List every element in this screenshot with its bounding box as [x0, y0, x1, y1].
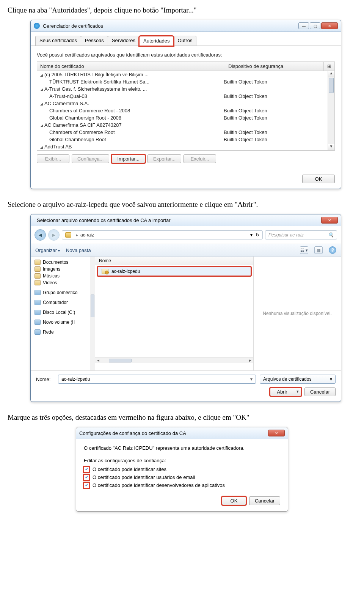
trust-intro: O certificado "AC Raiz ICPEDU" represent… [84, 445, 280, 451]
tab-authorities[interactable]: Autoridades [139, 36, 174, 46]
table-row[interactable]: Global Chambersign Root - 2008Builtin Ob… [37, 114, 334, 121]
horizontal-scrollbar[interactable]: ◄ ► [95, 357, 253, 363]
scroll-up-icon[interactable]: ▲ [328, 71, 334, 77]
view-options-icon[interactable]: ☷ ▾ [300, 246, 308, 254]
cert-hint: Você possui certificados arquivados que … [37, 52, 335, 58]
table-row[interactable]: (c) 2005 TÜRKTRUST Bilgi İletişim ve Bil… [37, 71, 334, 78]
file-titlebar[interactable]: Selecionar arquivo contendo os certifica… [31, 214, 341, 226]
folder-icon [35, 280, 41, 285]
table-row[interactable]: A-Trust-nQual-03Builtin Object Token [37, 93, 334, 100]
table-row[interactable]: AC Camerfirma SA CIF A82743287 [37, 121, 334, 129]
refresh-icon[interactable]: ↻ [256, 232, 259, 238]
tab-servers[interactable]: Servidores [108, 36, 140, 46]
folder-icon [35, 320, 41, 325]
scroll-thumb[interactable] [109, 359, 132, 362]
organize-menu[interactable]: Organizar [35, 247, 60, 253]
cert-manager-window: Gerenciador de certificados — ▢ ✕ Seus c… [30, 20, 341, 189]
col-control[interactable]: ⊞ [324, 62, 334, 71]
sidebar-item[interactable]: Músicas [32, 273, 93, 279]
edit-trust-label: Editar as configurações de confiança: [84, 458, 280, 463]
tab-your-certs[interactable]: Seus certificados [35, 36, 81, 46]
file-row-ac-raiz-icpedu[interactable]: ac-raiz-icpedu [97, 267, 251, 276]
file-name: ac-raiz-icpedu [111, 269, 140, 274]
search-input[interactable]: Pesquisar ac-raiz 🔍 [265, 230, 337, 239]
folder-icon [35, 329, 41, 335]
file-type-select[interactable]: Arquivos de certificados▾ [260, 375, 336, 384]
instruction-1: Clique na aba "Autoridades", depois cliq… [8, 6, 356, 14]
checkbox-identify-apps[interactable]: ✓ [84, 482, 89, 488]
titlebar[interactable]: Gerenciador de certificados — ▢ ✕ [31, 20, 341, 32]
cancel-button[interactable]: Cancelar [304, 387, 336, 396]
minimize-button[interactable]: — [298, 22, 309, 29]
trust-button[interactable]: Confiança... [72, 154, 109, 163]
table-row[interactable]: AddTrust AB [37, 143, 334, 150]
trust-title: Configurações de confiança do certificad… [79, 430, 268, 436]
view-button[interactable]: Exibir... [37, 154, 69, 163]
tab-others[interactable]: Outros [173, 36, 196, 46]
table-row[interactable]: AC Camerfirma S.A. [37, 100, 334, 107]
folder-icon [65, 232, 71, 238]
name-label: Nome: [36, 376, 54, 382]
file-dialog-window: Selecionar arquivo contendo os certifica… [30, 214, 341, 402]
export-button[interactable]: Exportar... [147, 154, 181, 163]
table-row[interactable]: Chambers of Commerce Root - 2008Builtin … [37, 107, 334, 114]
cert-table: Nome do certificado Dispositivo de segur… [37, 61, 335, 151]
close-button[interactable]: ✕ [268, 430, 285, 436]
table-row[interactable]: A-Trust Ges. f. Sicherheitssysteme im el… [37, 85, 334, 93]
breadcrumb[interactable]: ▸ ac-raiz ▾ ↻ [62, 230, 263, 239]
sidebar[interactable]: DocumentosImagensMúsicasVídeosGrupo domé… [31, 257, 95, 370]
checkbox-label-email: O certificado pode identificar usuários … [93, 474, 195, 480]
table-row[interactable]: TÜRKTRUST Elektronik Sertifika Hizmet Sa… [37, 78, 334, 85]
file-dialog-title: Selecionar arquivo contendo os certifica… [37, 217, 321, 223]
cancel-button[interactable]: Cancelar [249, 496, 280, 505]
breadcrumb-folder[interactable]: ac-raiz [80, 232, 94, 238]
certificate-icon [102, 269, 108, 274]
sidebar-item[interactable]: Rede [32, 329, 93, 336]
folder-icon [35, 300, 41, 305]
sidebar-item[interactable]: Imagens [32, 266, 93, 273]
ok-button[interactable]: OK [302, 175, 335, 183]
delete-button[interactable]: Excluir... [184, 154, 216, 163]
instruction-2: Selecione o arquivo ac-raiz-icpedu que v… [8, 200, 356, 209]
close-button[interactable]: ✕ [321, 217, 338, 224]
col-device[interactable]: Dispositivo de segurança [225, 62, 324, 71]
scroll-down-icon[interactable]: ▼ [328, 144, 334, 150]
forward-button[interactable]: ► [48, 229, 60, 241]
window-title: Gerenciador de certificados [43, 23, 298, 29]
tab-people[interactable]: Pessoas [81, 36, 108, 46]
back-button[interactable]: ◄ [35, 229, 46, 241]
import-button[interactable]: Importar... [111, 154, 145, 163]
new-folder-button[interactable]: Nova pasta [66, 247, 91, 253]
close-button[interactable]: ✕ [321, 22, 338, 29]
sidebar-item[interactable]: Grupo doméstico [32, 289, 93, 296]
vertical-scrollbar[interactable]: ▲ ▼ [328, 71, 334, 150]
open-button[interactable]: Abrir [270, 387, 294, 396]
open-dropdown[interactable]: ▾ [294, 387, 301, 396]
scroll-thumb[interactable] [91, 295, 94, 317]
cert-rows[interactable]: (c) 2005 TÜRKTRUST Bilgi İletişim ve Bil… [37, 71, 334, 150]
col-name[interactable]: Nome do certificado [37, 62, 225, 71]
preview-pane-icon[interactable]: ▥ [314, 246, 323, 254]
tabs: Seus certificados Pessoas Servidores Aut… [31, 32, 341, 46]
table-row[interactable]: Chambers of Commerce RootBuiltin Object … [37, 129, 334, 136]
list-header-name[interactable]: Nome [95, 257, 253, 265]
table-row[interactable]: Global Chambersign RootBuiltin Object To… [37, 136, 334, 143]
sidebar-item[interactable]: Documentos [32, 259, 93, 266]
trust-titlebar[interactable]: Configurações de confiança do certificad… [76, 427, 288, 439]
sidebar-item[interactable]: Computador [32, 299, 93, 306]
scroll-thumb[interactable] [329, 78, 334, 93]
checkbox-identify-email[interactable]: ✓ [84, 474, 89, 480]
preview-pane: Nenhuma visualização disponível. [254, 257, 341, 370]
sidebar-item[interactable]: Novo volume (H [32, 319, 93, 326]
maximize-button[interactable]: ▢ [310, 22, 320, 29]
sidebar-item[interactable]: Disco Local (C:) [32, 309, 93, 316]
sidebar-item[interactable]: Vídeos [32, 279, 93, 286]
help-icon[interactable]: ? [329, 246, 336, 254]
instruction-3: Marque as três opções, destacadas em ver… [8, 413, 356, 422]
checkbox-label-sites: O certificado pode identificar sites [93, 466, 166, 472]
checkbox-identify-sites[interactable]: ✓ [84, 466, 89, 472]
filename-input[interactable]: ac-raiz-icpedu▾ [58, 375, 256, 384]
folder-icon [35, 310, 41, 315]
sidebar-scrollbar[interactable] [90, 257, 95, 370]
ok-button[interactable]: OK [222, 496, 246, 505]
